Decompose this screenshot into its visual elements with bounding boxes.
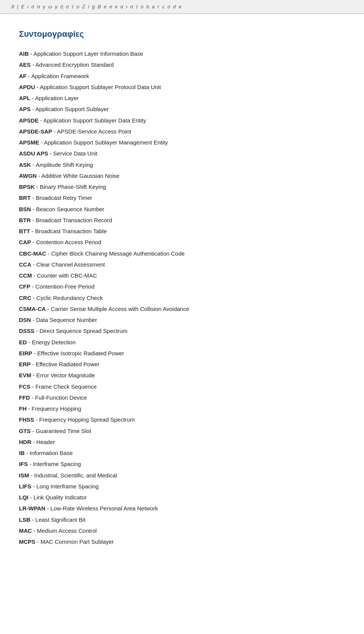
- list-item: CSMA-CA - Carrier Sense Multiple Access …: [19, 303, 345, 314]
- abbr-definition: - Industrial, Scientific, and Medical: [29, 472, 117, 479]
- abbr-key: ISM: [19, 472, 29, 479]
- list-item: EVM - Error Vector Magnitude: [19, 370, 345, 381]
- list-item: EIRP - Effective Isotropic Radiated Powe…: [19, 348, 345, 359]
- list-item: LIFS - Long Interframe Spacing: [19, 481, 345, 492]
- list-item: CFP - Contention-Free Period: [19, 281, 345, 292]
- abbr-key: CRC: [19, 295, 31, 301]
- list-item: IFS - Interframe Spacing: [19, 458, 345, 469]
- abbr-key: MAC: [19, 527, 32, 534]
- abbr-key: ASDU APS: [19, 150, 48, 157]
- list-item: CBC-MAC - Cipher Block Chaining Message …: [19, 248, 345, 259]
- abbr-key: GTS: [19, 428, 31, 434]
- abbr-definition: - Long Interframe Spacing: [31, 483, 99, 490]
- abbr-definition: - Application Layer: [30, 95, 79, 101]
- list-item: MAC - Medium Access Control: [19, 525, 345, 536]
- abbr-definition: - Information Base: [25, 450, 73, 456]
- list-item: DSSS - Direct Sequence Spread Spectrum: [19, 325, 345, 336]
- list-item: MCPS - MAC Common Part Sublayer: [19, 536, 345, 547]
- abbr-key: APSME: [19, 139, 39, 146]
- list-item: APSDE - Application Support Sublayer Dat…: [19, 115, 345, 126]
- abbr-key: LSB: [19, 516, 30, 523]
- abbr-key: EVM: [19, 372, 31, 378]
- abbr-key: FHSS: [19, 416, 34, 423]
- abbr-definition: - Full-Function Device: [30, 394, 87, 401]
- list-item: AF - Application Framework: [19, 71, 345, 82]
- page-content: Συντομογραφίες AIB - Application Support…: [0, 14, 364, 562]
- list-item: APSDE-SAP - APSDE-Service Access Point: [19, 126, 345, 137]
- abbr-key: APS: [19, 106, 31, 112]
- abbr-definition: - APSDE-Service Access Point: [52, 128, 131, 135]
- abbr-key: CCA: [19, 261, 31, 268]
- abbr-definition: - Cyclic Redundancy Check: [31, 295, 103, 301]
- abbr-definition: - Application Support Sublayer Protocol …: [35, 84, 161, 90]
- abbr-key: FCS: [19, 383, 30, 390]
- list-item: LR-WPAN - Low-Rate Wireless Personal Are…: [19, 503, 345, 514]
- abbr-key: DSSS: [19, 328, 35, 334]
- page-header: 8 | Ε ι σ α γ ω γ ή σ τ ο Z i g B e e κ …: [0, 0, 364, 14]
- list-item: BSN - Beacon Sequence Number: [19, 204, 345, 215]
- abbr-key: EIRP: [19, 350, 32, 356]
- list-item: DSN - Data Sequence Number: [19, 314, 345, 325]
- abbreviations-list: AIB - Application Support Layer Informat…: [19, 48, 345, 547]
- list-item: FCS - Frame Check Sequence: [19, 381, 345, 392]
- list-item: ED - Energy Detection: [19, 337, 345, 348]
- abbr-key: ED: [19, 339, 27, 345]
- abbr-key: BTR: [19, 217, 31, 223]
- abbr-key: AF: [19, 73, 27, 79]
- abbr-definition: - Guaranteed Time Slot: [31, 428, 91, 434]
- abbr-definition: - Binary Phase-Shift Keying: [35, 184, 106, 190]
- abbr-key: BTT: [19, 228, 30, 234]
- abbr-definition: - Frame Check Sequence: [30, 383, 97, 390]
- list-item: BRT - Broadcast Retry Timer: [19, 192, 345, 203]
- abbr-definition: - Least Significant Bit: [30, 516, 85, 523]
- abbr-key: BRT: [19, 195, 31, 201]
- abbr-definition: - Frequency Hopping: [27, 405, 81, 412]
- abbr-key: IFS: [19, 461, 28, 467]
- abbr-key: BSN: [19, 206, 31, 212]
- list-item: FHSS - Frequency Hopping Spread Spectrum: [19, 414, 345, 425]
- list-item: APS - Application Support Sublayer: [19, 104, 345, 115]
- list-item: FH - Frequency Hopping: [19, 403, 345, 414]
- abbr-definition: - Frequency Hopping Spread Spectrum: [34, 416, 135, 423]
- abbr-definition: - Direct Sequence Spread Spectrum: [35, 328, 127, 334]
- abbr-definition: - Low-Rate Wireless Personal Area Networ…: [46, 505, 158, 512]
- list-item: GTS - Guaranteed Time Slot: [19, 425, 345, 436]
- section-title: Συντομογραφίες: [19, 29, 345, 39]
- list-item: APSME - Application Support Sublayer Man…: [19, 137, 345, 148]
- abbr-definition: - Interframe Spacing: [28, 461, 81, 467]
- abbr-definition: - Contention-Free Period: [30, 283, 94, 290]
- abbr-key: LQI: [19, 494, 28, 501]
- list-item: CCM - Counter with CBC-MAC: [19, 270, 345, 281]
- list-item: LSB - Least Significant Bit: [19, 514, 345, 525]
- abbr-definition: - Broadcast Transaction Record: [31, 217, 112, 223]
- list-item: CRC - Cyclic Redundancy Check: [19, 292, 345, 303]
- abbr-definition: - Clear Channel Assessment: [31, 261, 105, 268]
- abbr-key: LR-WPAN: [19, 505, 46, 512]
- abbr-definition: - Counter with CBC-MAC: [32, 272, 97, 279]
- abbr-definition: - MAC Common Part Sublayer: [35, 538, 114, 545]
- abbr-key: FH: [19, 405, 27, 412]
- list-item: LQI - Link Quality Indicator: [19, 492, 345, 503]
- abbr-definition: - Beacon Sequence Number: [31, 206, 104, 212]
- list-item: ASK - Amplitude Shift Keying: [19, 159, 345, 170]
- abbr-definition: - Carrier Sense Multiple Access with Col…: [46, 306, 189, 312]
- abbr-definition: - Application Support Sublayer Data Enti…: [39, 117, 146, 124]
- abbr-key: FFD: [19, 394, 30, 401]
- abbr-key: BPSK: [19, 184, 35, 190]
- abbr-definition: - Link Quality Indicator: [28, 494, 86, 501]
- abbr-definition: - Effective Isotropic Radiated Power: [32, 350, 124, 356]
- abbr-definition: - Advanced Encryption Standard: [31, 61, 114, 68]
- abbr-definition: - Amplitude Shift Keying: [31, 162, 93, 168]
- abbr-key: APSDE-SAP: [19, 128, 52, 135]
- abbr-key: CCM: [19, 272, 32, 279]
- abbr-key: APDU: [19, 84, 35, 90]
- abbr-key: ASK: [19, 162, 31, 168]
- list-item: HDR - Header: [19, 436, 345, 447]
- abbr-definition: - Application Support Sublayer: [31, 106, 109, 112]
- abbr-key: MCPS: [19, 538, 35, 545]
- abbr-definition: - Application Framework: [27, 73, 89, 79]
- list-item: ISM - Industrial, Scientific, and Medica…: [19, 470, 345, 481]
- list-item: BTR - Broadcast Transaction Record: [19, 215, 345, 226]
- abbr-key: CAP: [19, 239, 31, 245]
- abbr-definition: - Cipher Block Chaining Message Authenti…: [46, 250, 185, 257]
